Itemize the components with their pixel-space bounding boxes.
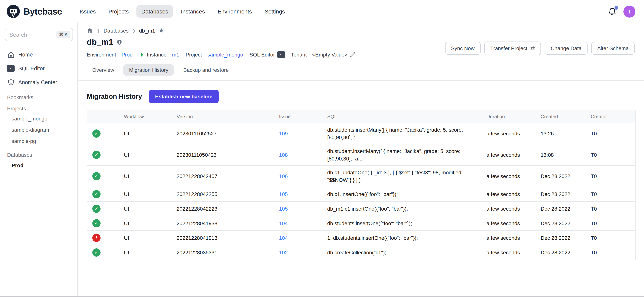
duration-cell: a few seconds	[486, 166, 541, 187]
mongodb-leaf-icon	[139, 52, 144, 57]
notification-dot	[614, 6, 618, 10]
sidebar: Search ⌘ K Home >_ SQL Editor	[0, 23, 78, 296]
table-header-row: Workflow Version Issue SQL Duration Crea…	[87, 110, 636, 123]
shield-alert-icon	[7, 79, 14, 86]
db-meta-row: Environment - Prod Instance - m1	[87, 51, 356, 58]
version-cell: 20221228041938	[176, 216, 279, 231]
table-row[interactable]: UI 20221228041913 104 1. db.students.ins…	[87, 231, 636, 245]
table-row[interactable]: UI 20230111052527 109 db.students.insert…	[87, 123, 636, 144]
sql-cell: db.student.insertMany([ { name: "Jacika"…	[327, 144, 486, 166]
creator-cell: T0	[591, 187, 636, 201]
sidebar-item-prod[interactable]: Prod	[5, 159, 73, 171]
sidebar-item-anomaly-center[interactable]: Anomaly Center	[5, 76, 73, 89]
sidebar-item-sql-editor[interactable]: >_ SQL Editor	[5, 62, 73, 75]
change-data-button[interactable]: Change Data	[545, 42, 588, 55]
nav-instances[interactable]: Instances	[176, 5, 210, 18]
version-cell: 20221228042255	[176, 187, 279, 201]
status-icon	[92, 205, 100, 213]
bytebase-logo[interactable]: Bytebase	[6, 5, 62, 18]
issue-link[interactable]: 105	[279, 206, 288, 212]
col-created-header: Created	[541, 110, 591, 123]
col-sql-header: SQL	[327, 110, 486, 123]
avatar[interactable]: T	[624, 6, 636, 18]
notification-bell-icon[interactable]	[608, 7, 617, 16]
page-title: db_m1	[87, 37, 113, 47]
shield-alert-badge-icon	[116, 39, 122, 46]
sidebar-item-label: Anomaly Center	[18, 79, 57, 85]
duration-cell: a few seconds	[486, 144, 541, 166]
alter-schema-button[interactable]: Alter Schema	[591, 42, 635, 55]
issue-link[interactable]: 106	[279, 173, 288, 179]
sidebar-item-label: Home	[18, 52, 33, 58]
tab-overview[interactable]: Overview	[87, 64, 120, 76]
status-icon	[92, 219, 100, 227]
created-cell: Dec 28 2022	[541, 201, 591, 216]
bytebase-logo-icon	[6, 5, 20, 18]
issue-link[interactable]: 102	[279, 249, 288, 255]
top-nav: Issues Projects Databases Instances Envi…	[74, 5, 290, 18]
table-row[interactable]: UI 20230111050423 108 db.student.insertM…	[87, 144, 636, 166]
issue-link[interactable]: 104	[279, 220, 288, 226]
sync-now-button[interactable]: Sync Now	[445, 42, 481, 55]
col-creator-header: Creator	[591, 110, 636, 123]
projects-list: sample_mongo sample-diagram sample-pg	[5, 113, 73, 147]
search-placeholder: Search	[9, 31, 27, 38]
transfer-project-button[interactable]: Transfer Project ⇄	[484, 42, 541, 55]
sidebar-section-projects: Projects	[7, 106, 71, 111]
creator-cell: T0	[591, 166, 636, 187]
status-icon	[92, 172, 100, 180]
tab-migration-history[interactable]: Migration History	[124, 64, 174, 76]
edit-pencil-icon[interactable]	[350, 52, 356, 57]
sql-cell: 1. db.students.insertOne({"foo": "bar"})…	[327, 231, 486, 245]
page-header: db_m1 Environment - Prod	[87, 37, 635, 58]
issue-link[interactable]: 108	[279, 152, 288, 158]
sidebar-item-home[interactable]: Home	[5, 48, 73, 61]
sidebar-item-sample-mongo[interactable]: sample_mongo	[5, 113, 73, 124]
issue-link[interactable]: 105	[279, 191, 288, 197]
nav-environments[interactable]: Environments	[213, 5, 256, 18]
status-icon	[92, 248, 100, 257]
issue-link[interactable]: 104	[279, 235, 288, 241]
environment-link[interactable]: Prod	[122, 52, 132, 58]
creator-cell: T0	[591, 231, 636, 245]
duration-cell: a few seconds	[486, 245, 541, 260]
table-row[interactable]: UI 20221228041938 104 db.students.insert…	[87, 216, 636, 231]
nav-settings[interactable]: Settings	[260, 5, 290, 18]
establish-baseline-button[interactable]: Establish new baseline	[149, 90, 219, 103]
breadcrumb-databases[interactable]: Databases	[104, 28, 128, 34]
search-input[interactable]: Search ⌘ K	[5, 28, 73, 41]
workflow-cell: UI	[124, 231, 176, 245]
sql-editor-meta[interactable]: SQL Editor >_	[250, 51, 284, 58]
bookmark-star-icon[interactable]: ★	[158, 27, 164, 34]
status-icon	[92, 129, 100, 138]
migration-history-table: Workflow Version Issue SQL Duration Crea…	[87, 110, 636, 260]
created-cell: 13:26	[541, 123, 591, 144]
creator-cell: T0	[591, 216, 636, 231]
header-actions: Sync Now Transfer Project ⇄ Change Data …	[445, 42, 635, 55]
sql-editor-label: SQL Editor	[250, 52, 275, 58]
nav-databases[interactable]: Databases	[136, 5, 173, 18]
home-crumb-icon[interactable]	[87, 27, 93, 34]
sidebar-item-sample-diagram[interactable]: sample-diagram	[5, 124, 73, 135]
sidebar-item-sample-pg[interactable]: sample-pg	[5, 135, 73, 147]
project-link[interactable]: sample_mongo	[208, 52, 243, 58]
tenant-value: <Empty Value>	[312, 52, 348, 58]
table-row[interactable]: UI 20221228042407 106 db.c1.updateOne( {…	[87, 166, 636, 187]
nav-projects[interactable]: Projects	[104, 5, 134, 18]
instance-link[interactable]: m1	[172, 52, 179, 58]
sql-cell: db_m1.c1.insertOne({"foo": "bar"});	[327, 201, 486, 216]
tab-backup-and-restore[interactable]: Backup and restore	[178, 64, 234, 76]
nav-issues[interactable]: Issues	[74, 5, 100, 18]
version-cell: 20221228035331	[176, 245, 279, 260]
table-row[interactable]: UI 20221228042255 105 db.c1.insertOne({"…	[87, 187, 636, 201]
issue-link[interactable]: 109	[279, 131, 288, 137]
version-cell: 20230111052527	[176, 123, 279, 144]
sql-cell: db.students.insertMany([ { name: "Jacika…	[327, 123, 486, 144]
tab-bar: Overview Migration History Backup and re…	[78, 64, 644, 81]
duration-cell: a few seconds	[486, 187, 541, 201]
table-row[interactable]: UI 20221228035331 102 db.createCollectio…	[87, 245, 636, 260]
transfer-project-label: Transfer Project	[490, 45, 528, 51]
tenant-meta: Tenant - <Empty Value>	[291, 52, 356, 58]
table-row[interactable]: UI 20221228042223 105 db_m1.c1.insertOne…	[87, 201, 636, 216]
duration-cell: a few seconds	[486, 216, 541, 231]
